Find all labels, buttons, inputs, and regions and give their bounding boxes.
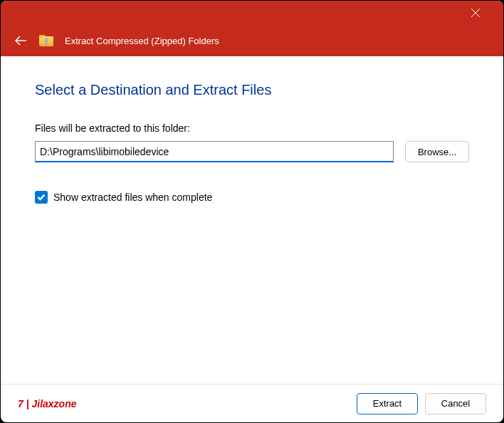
page-heading: Select a Destination and Extract Files — [35, 82, 469, 98]
cancel-button[interactable]: Cancel — [425, 393, 486, 414]
show-files-checkbox-label: Show extracted files when complete — [53, 192, 212, 203]
titlebar — [1, 1, 503, 25]
dialog-title: Extract Compressed (Zipped) Folders — [65, 36, 219, 46]
close-button[interactable] — [459, 1, 492, 25]
dialog-window: Extract Compressed (Zipped) Folders Sele… — [1, 1, 503, 422]
watermark-text: 7 | Jilaxzone — [18, 398, 350, 409]
content-area: Select a Destination and Extract Files F… — [1, 56, 503, 384]
destination-label: Files will be extracted to this folder: — [35, 122, 469, 134]
footer-bar: 7 | Jilaxzone Extract Cancel — [1, 384, 503, 422]
show-files-checkbox[interactable] — [35, 191, 48, 204]
back-arrow-icon — [14, 36, 27, 46]
zipped-folder-icon — [39, 35, 53, 46]
back-button[interactable] — [14, 33, 28, 48]
checkmark-icon — [37, 194, 46, 201]
close-icon — [471, 9, 480, 17]
browse-button[interactable]: Browse... — [405, 141, 469, 162]
extract-button[interactable]: Extract — [357, 393, 418, 414]
header-bar: Extract Compressed (Zipped) Folders — [1, 25, 503, 56]
destination-row: Browse... — [35, 141, 469, 162]
show-files-checkbox-row: Show extracted files when complete — [35, 191, 469, 204]
destination-path-input[interactable] — [35, 141, 394, 162]
